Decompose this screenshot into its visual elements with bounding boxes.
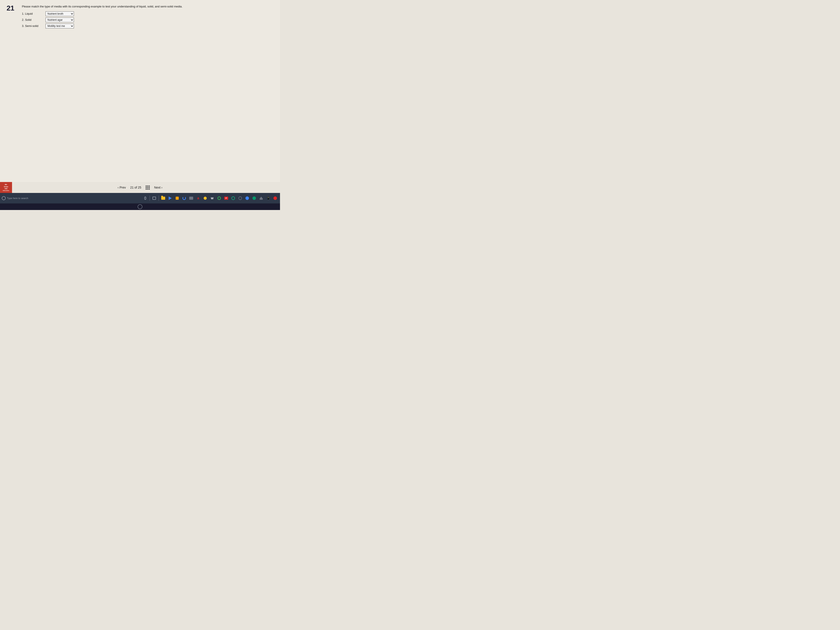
next-button[interactable]: Next ›: [154, 186, 162, 189]
bottom-bar: Mc Graw Hill Education ‹ Prev 21 of 25 N…: [0, 182, 280, 193]
chrome-taskbar-icon[interactable]: [216, 195, 222, 201]
a-taskbar-icon[interactable]: a: [195, 195, 201, 201]
question-container: 21 Please match the type of media with i…: [6, 5, 273, 28]
hp-logo: [137, 204, 143, 210]
phone-taskbar-icon[interactable]: 📱: [265, 195, 271, 201]
prev-arrow-icon: ‹: [118, 186, 119, 189]
edge-browser-icon: [182, 196, 186, 200]
liquid-select[interactable]: Nutrient broth Nutrient agar Motility te…: [46, 11, 74, 16]
solid-select[interactable]: Nutrient broth Nutrient agar Motility te…: [46, 17, 74, 22]
search-text[interactable]: Type here to search: [7, 197, 28, 199]
circle-outline-icon: [238, 196, 242, 200]
taskbar-icons: a W P 📱: [142, 195, 278, 201]
window-icon: [153, 197, 156, 200]
grid-dot-3: [149, 185, 150, 186]
question-number: 21: [6, 5, 17, 28]
folder-taskbar-icon[interactable]: [160, 195, 166, 201]
matching-label-3: 3. Semi-solid: [22, 24, 44, 28]
question-body: Please match the type of media with its …: [22, 5, 273, 28]
matching-row-3: 3. Semi-solid Nutrient broth Nutrient ag…: [22, 24, 273, 28]
grid-dot-2: [147, 185, 148, 186]
semisolid-select[interactable]: Nutrient broth Nutrient agar Motility te…: [46, 24, 74, 28]
question-text: Please match the type of media with its …: [22, 5, 273, 9]
nav-controls: ‹ Prev 21 of 25 Next ›: [118, 185, 163, 189]
camera-taskbar-icon[interactable]: [188, 195, 194, 201]
circle-o-taskbar-icon[interactable]: [237, 195, 243, 201]
play-taskbar-icon[interactable]: [167, 195, 173, 201]
amazon-icon: a: [197, 196, 199, 200]
grid-dot-1: [146, 185, 147, 186]
grid-view-icon[interactable]: [146, 185, 150, 189]
phone-icon: 📱: [267, 196, 270, 200]
mic-icon: [144, 197, 146, 200]
matching-row-2: 2. Solid Nutrient broth Nutrient agar Mo…: [22, 17, 273, 22]
logo-text: Mc Graw Hill Education: [3, 183, 9, 191]
sun-icon: [204, 197, 207, 200]
search-icon: [2, 196, 6, 200]
taskbar: Type here to search a: [0, 193, 280, 204]
shopping-bag-icon: [176, 197, 179, 200]
grid-dot-6: [149, 187, 150, 188]
next-arrow-icon: ›: [161, 186, 163, 189]
red-circle-icon: [273, 196, 277, 200]
edge-taskbar-icon[interactable]: [181, 195, 187, 201]
home-taskbar-icon[interactable]: [258, 195, 264, 201]
chrome-icon: [218, 196, 221, 200]
home-icon: [260, 197, 263, 200]
hp-circle-icon: [137, 204, 142, 209]
matching-items: 1. Liquid Nutrient broth Nutrient agar M…: [22, 11, 273, 28]
matching-label-1: 1. Liquid: [22, 12, 44, 15]
mic-taskbar-icon[interactable]: [142, 195, 148, 201]
main-content: 21 Please match the type of media with i…: [0, 0, 280, 182]
folder-icon: [161, 197, 165, 200]
grid-dot-7: [146, 189, 147, 189]
taskbar-divider-1: [150, 196, 150, 201]
prev-label: Prev: [120, 186, 126, 189]
grid-dot-4: [146, 187, 147, 188]
check-taskbar-icon[interactable]: [230, 195, 236, 201]
matching-label-2: 2. Solid: [22, 18, 44, 21]
ps-icon: P: [224, 197, 228, 200]
blue-circle-icon: [245, 196, 249, 200]
blue-circle-taskbar-icon[interactable]: [244, 195, 250, 201]
grid-dot-5: [147, 187, 148, 188]
taskbar-search: Type here to search: [2, 196, 46, 200]
page-info: 21 of 25: [130, 186, 141, 189]
green-circle-icon: [253, 196, 256, 200]
red-circle-taskbar-icon[interactable]: [272, 195, 278, 201]
w-taskbar-icon[interactable]: W: [209, 195, 215, 201]
bag-taskbar-icon[interactable]: [174, 195, 180, 201]
green-circle-taskbar-icon[interactable]: [251, 195, 257, 201]
next-label: Next: [154, 186, 161, 189]
windows-icon: W: [211, 197, 213, 200]
camera-icon: [189, 197, 193, 200]
matching-row-1: 1. Liquid Nutrient broth Nutrient agar M…: [22, 11, 273, 16]
grid-dot-8: [147, 189, 148, 189]
ps-taskbar-icon[interactable]: P: [223, 195, 229, 201]
bottom-spacer: [0, 204, 280, 210]
grid-dot-9: [149, 189, 150, 189]
prev-button[interactable]: ‹ Prev: [118, 186, 126, 189]
square-taskbar-icon[interactable]: [151, 195, 157, 201]
play-icon: [169, 196, 172, 200]
check-circle-icon: [231, 196, 235, 200]
sun-taskbar-icon[interactable]: [202, 195, 208, 201]
mcgraw-hill-logo: Mc Graw Hill Education: [0, 182, 12, 193]
